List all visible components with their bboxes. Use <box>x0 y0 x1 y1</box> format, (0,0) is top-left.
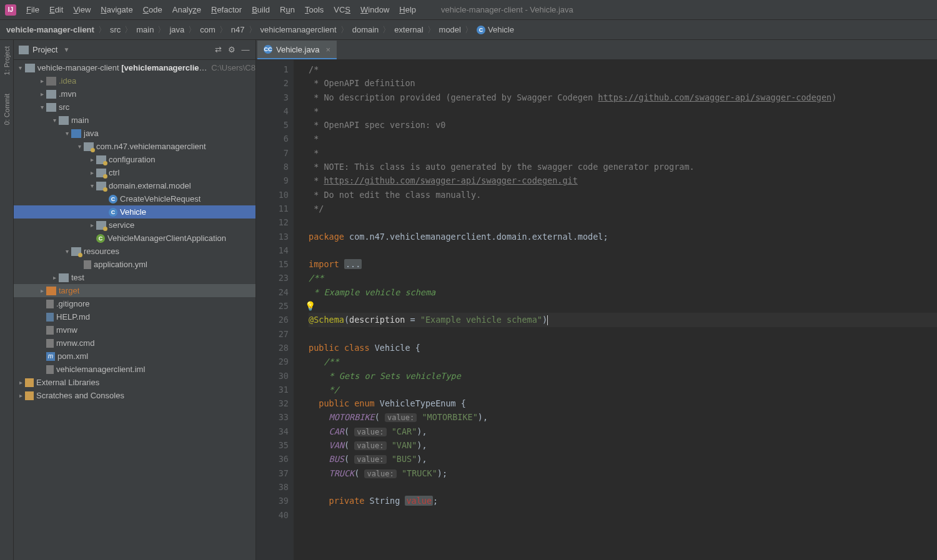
menu-code[interactable]: Code <box>139 2 166 17</box>
tree-scratches[interactable]: ▸Scratches and Consoles <box>14 389 255 402</box>
menu-navigate[interactable]: Navigate <box>97 2 136 17</box>
tree-application-yml[interactable]: application.yml <box>14 258 255 271</box>
tree-app-class[interactable]: VehicleManagerClientApplication <box>14 232 255 245</box>
editor-tab-vehicle[interactable]: C Vehicle.java × <box>257 41 337 59</box>
project-folder-icon <box>19 46 29 54</box>
rail-commit[interactable]: 0: Commit <box>3 94 11 125</box>
tree-service[interactable]: ▸service <box>14 219 255 232</box>
tree-ctrl[interactable]: ▸ctrl <box>14 166 255 179</box>
menu-help[interactable]: Help <box>395 2 420 17</box>
tree-mvnw-cmd[interactable]: mvnw.cmd <box>14 336 255 350</box>
tab-label: Vehicle.java <box>276 45 319 54</box>
tree-test[interactable]: ▸test <box>14 271 255 284</box>
tree-gitignore[interactable]: .gitignore <box>14 297 255 310</box>
class-icon <box>109 195 117 204</box>
tree-resources[interactable]: ▾resources <box>14 245 255 258</box>
md-file-icon <box>46 313 54 322</box>
tree-src[interactable]: ▾src <box>14 101 255 114</box>
tree-vehicle[interactable]: Vehicle <box>14 205 255 219</box>
project-panel-header: Project ▼ ⇄ ⚙ — <box>14 40 255 60</box>
crumb-10[interactable]: CVehicle <box>477 25 514 34</box>
tree-root[interactable]: ▾ vehicle-manager-client [vehiclemanager… <box>14 61 255 74</box>
menu-run[interactable]: Run <box>276 2 299 17</box>
crumb-8[interactable]: external <box>394 25 423 34</box>
file-icon <box>46 365 54 374</box>
select-opened-file-icon[interactable]: ⇄ <box>213 45 223 55</box>
tree-mvn[interactable]: ▸.mvn <box>14 87 255 101</box>
tree-create-vehicle-request[interactable]: CreateVehicleRequest <box>14 192 255 205</box>
menu-window[interactable]: Window <box>357 2 393 17</box>
menu-edit[interactable]: Edit <box>46 2 67 17</box>
collapse-icon[interactable]: — <box>240 45 250 55</box>
class-icon: C <box>264 45 272 54</box>
crumb-1[interactable]: src <box>110 25 121 34</box>
tree-main[interactable]: ▾main <box>14 114 255 127</box>
menu-file[interactable]: File <box>22 2 43 17</box>
gear-icon[interactable]: ⚙ <box>227 45 237 55</box>
project-panel: Project ▼ ⇄ ⚙ — ▾ vehicle-manager-client… <box>14 40 256 560</box>
tree-basepkg[interactable]: ▾com.n47.vehiclemanagerclient <box>14 140 255 153</box>
code-content[interactable]: /* * OpenAPI definition * No description… <box>294 60 937 560</box>
intention-bulb-icon[interactable]: 💡 <box>305 301 315 311</box>
library-icon <box>25 378 34 387</box>
tree-domain-ext-model[interactable]: ▾domain.external.model <box>14 179 255 192</box>
menu-analyze[interactable]: Analyze <box>169 2 205 17</box>
app-icon: IJ <box>5 4 16 16</box>
editor-tab-bar: C Vehicle.java × <box>256 40 937 60</box>
menu-refactor[interactable]: Refactor <box>207 2 245 17</box>
breadcrumb: vehicle-manager-client〉 src〉 main〉 java〉… <box>0 20 937 40</box>
crumb-3[interactable]: java <box>169 25 184 34</box>
code-editor[interactable]: 12 34 56 78 910 1112 1314 1523 2425 2627… <box>256 60 937 560</box>
tree-java[interactable]: ▾java <box>14 127 255 140</box>
editor-area: C Vehicle.java × 12 34 56 78 910 1112 13… <box>256 40 937 560</box>
crumb-2[interactable]: main <box>136 25 154 34</box>
tree-help-md[interactable]: HELP.md <box>14 310 255 323</box>
crumb-9[interactable]: model <box>439 25 461 34</box>
crumb-4[interactable]: com <box>200 25 216 34</box>
tree-idea[interactable]: ▸.idea <box>14 74 255 87</box>
menu-tools[interactable]: Tools <box>301 2 327 17</box>
project-tree[interactable]: ▾ vehicle-manager-client [vehiclemanager… <box>14 60 255 560</box>
project-panel-title: Project <box>32 45 57 54</box>
maven-file-icon <box>46 352 55 361</box>
yml-file-icon <box>84 260 91 269</box>
spring-class-icon <box>96 234 105 243</box>
crumb-0[interactable]: vehicle-manager-client <box>6 25 94 34</box>
tree-pom-xml[interactable]: pom.xml <box>14 350 255 363</box>
scratches-icon <box>25 391 34 400</box>
crumb-5[interactable]: n47 <box>231 25 245 34</box>
chevron-down-icon[interactable]: ▼ <box>63 46 69 53</box>
file-icon <box>46 300 54 308</box>
class-icon <box>109 208 117 217</box>
file-icon <box>46 326 54 335</box>
menu-bar: IJ File Edit View Navigate Code Analyze … <box>0 0 937 20</box>
close-tab-icon[interactable]: × <box>325 45 330 54</box>
tree-target[interactable]: ▸target <box>14 284 255 297</box>
tree-iml[interactable]: vehiclemanagerclient.iml <box>14 363 255 376</box>
gutter[interactable]: 12 34 56 78 910 1112 1314 1523 2425 2627… <box>256 60 294 560</box>
file-icon <box>46 339 54 348</box>
menu-vcs[interactable]: VCS <box>330 2 354 17</box>
tree-mvnw[interactable]: mvnw <box>14 323 255 336</box>
crumb-6[interactable]: vehiclemanagerclient <box>260 25 337 34</box>
rail-project[interactable]: 1: Project <box>3 46 11 75</box>
menu-build[interactable]: Build <box>248 2 274 17</box>
left-tool-rail: 1: Project 0: Commit <box>0 40 14 560</box>
menu-view[interactable]: View <box>69 2 94 17</box>
window-title: vehicle-manager-client - Vehicle.java <box>441 5 573 14</box>
tree-external-libraries[interactable]: ▸External Libraries <box>14 376 255 389</box>
tree-configuration[interactable]: ▸configuration <box>14 153 255 166</box>
crumb-7[interactable]: domain <box>352 25 379 34</box>
